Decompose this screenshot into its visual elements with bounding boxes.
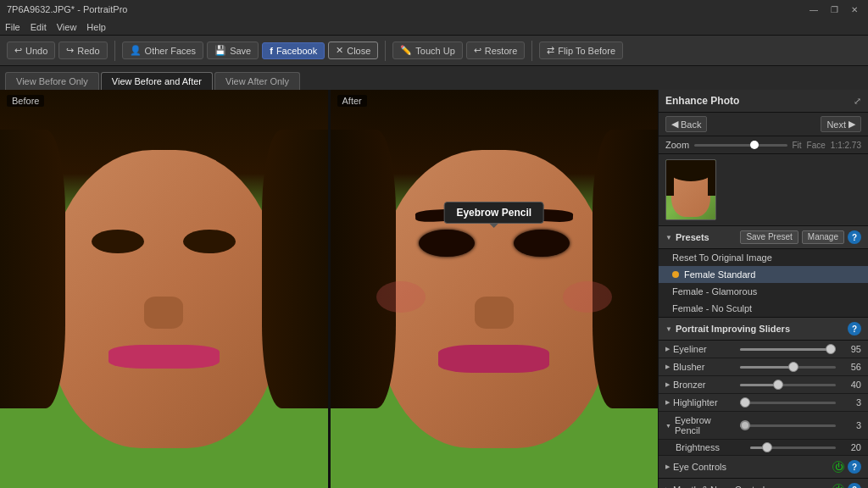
eyeliner-thumb[interactable] (826, 344, 836, 354)
redo-icon: ↪ (66, 45, 74, 56)
highlighter-label: ▶ Highlighter (665, 397, 733, 408)
eyeliner-track[interactable] (740, 348, 836, 351)
image-area: Before After (0, 90, 658, 488)
eyebrow-pencil-value: 3 (843, 420, 861, 430)
flip-to-before-button[interactable]: ⇄ Flip To Before (539, 42, 623, 59)
preset-item-no-sculpt[interactable]: Female - No Sculpt (659, 300, 868, 317)
facebook-label: Facebook (276, 46, 317, 56)
sliders-section: ▶ Eyeliner 95 ▶ Blusher 5 (659, 341, 868, 456)
highlighter-value: 3 (843, 397, 861, 408)
back-button[interactable]: ◀ Back (665, 116, 707, 132)
mouth-nose-power[interactable]: ⏻ (832, 484, 844, 488)
eye-controls-help[interactable]: ? (848, 460, 861, 474)
separator (114, 41, 115, 61)
zoom-slider[interactable] (694, 144, 787, 147)
save-button[interactable]: 💾 Save (207, 42, 259, 59)
right-panel: Enhance Photo ⤢ ◀ Back Next ▶ Zoom Fit F… (658, 90, 868, 488)
other-faces-button[interactable]: 👤 Other Faces (122, 42, 204, 59)
zoom-face-label[interactable]: Face (807, 141, 826, 150)
back-label: Back (681, 119, 701, 130)
brightness-label: Brightness (676, 442, 743, 452)
eyebrow-pencil-track[interactable] (740, 424, 836, 427)
eyeliner-expand-icon: ▶ (665, 346, 670, 352)
menu-help[interactable]: Help (86, 22, 106, 32)
tab-view-before-after[interactable]: View Before and After (101, 72, 213, 90)
bronzer-slider-row: ▶ Bronzer 40 (659, 376, 868, 394)
brightness-thumb[interactable] (762, 442, 772, 452)
save-label: Save (230, 46, 251, 56)
touch-up-label: Touch Up (415, 46, 454, 56)
eyeliner-fill (740, 348, 831, 351)
eyebrow-tooltip: Eyebrow Pencil (443, 202, 544, 224)
highlighter-slider-row: ▶ Highlighter 3 (659, 394, 868, 412)
close-icon: ✕ (336, 45, 343, 56)
minimize-button[interactable]: — (807, 3, 821, 16)
other-faces-label: Other Faces (145, 46, 197, 56)
next-button[interactable]: Next ▶ (821, 116, 861, 132)
blusher-fill (740, 366, 793, 369)
blusher-label: ▶ Blusher (665, 362, 733, 372)
bronzer-track[interactable] (740, 384, 836, 386)
preset-item-reset[interactable]: Reset To Original Image (659, 249, 868, 266)
sliders-section-header[interactable]: ▼ Portrait Improving Sliders ? (659, 318, 868, 341)
close-label: Close (347, 46, 370, 56)
blusher-value: 56 (843, 362, 861, 372)
save-preset-button[interactable]: Save Preset (740, 230, 798, 244)
separator3 (531, 41, 532, 61)
before-label: Before (7, 95, 44, 107)
restore-panel-icon[interactable]: ⤢ (854, 96, 861, 107)
maximize-button[interactable]: ❐ (827, 3, 841, 16)
presets-triangle-icon: ▼ (665, 234, 672, 241)
after-panel: After Eyebrow Pencil (331, 90, 659, 488)
blusher-expand-icon: ▶ (665, 363, 670, 370)
redo-button[interactable]: ↪ Redo (58, 42, 107, 59)
title-bar: 7P6A9632.JPG* - PortraitPro — ❐ ✕ (0, 0, 868, 19)
eyebrow-pencil-thumb[interactable] (740, 420, 750, 430)
mouth-nose-label: ▶ Mouth & Nose Controls (665, 485, 829, 488)
restore-button[interactable]: ↩ Restore (466, 42, 526, 59)
menu-file[interactable]: File (5, 22, 20, 32)
preset-list: Reset To Original Image Female Standard … (659, 249, 868, 318)
undo-button[interactable]: ↩ Undo (7, 42, 55, 59)
preset-item-female-standard[interactable]: Female Standard (659, 266, 868, 283)
nav-row: ◀ Back Next ▶ (659, 113, 868, 136)
close-window-button[interactable]: ✕ (848, 3, 861, 16)
zoom-ratio: 1:1:2.73 (831, 141, 861, 150)
brightness-track[interactable] (750, 446, 836, 449)
preset-item-glamorous[interactable]: Female - Glamorous (659, 283, 868, 300)
facebook-button[interactable]: f Facebook (262, 42, 325, 59)
presets-section-header[interactable]: ▼ Presets Save Preset Manage ? (659, 226, 868, 249)
mouth-nose-help[interactable]: ? (848, 483, 861, 488)
blusher-track[interactable] (740, 366, 836, 369)
back-arrow-icon: ◀ (671, 119, 678, 130)
zoom-thumb[interactable] (750, 141, 759, 149)
view-tabs: View Before Only View Before and After V… (0, 66, 868, 90)
eye-controls-section[interactable]: ▶ Eye Controls ⏻ ? (659, 456, 868, 479)
sliders-help-button[interactable]: ? (848, 322, 861, 336)
after-label: After (337, 95, 367, 107)
blusher-slider-row: ▶ Blusher 56 (659, 358, 868, 376)
close-button[interactable]: ✕ Close (328, 42, 378, 59)
next-label: Next (826, 119, 846, 130)
tab-view-before-only[interactable]: View Before Only (5, 72, 99, 90)
restore-label: Restore (485, 46, 518, 56)
eyeliner-slider-row: ▶ Eyeliner 95 (659, 341, 868, 358)
manage-button[interactable]: Manage (802, 230, 844, 244)
highlighter-thumb[interactable] (740, 397, 750, 408)
undo-icon: ↩ (14, 45, 22, 56)
highlighter-track[interactable] (740, 402, 836, 404)
eye-controls-power[interactable]: ⏻ (832, 461, 844, 473)
zoom-fit-label[interactable]: Fit (793, 141, 802, 150)
mouth-nose-controls-section[interactable]: ▶ Mouth & Nose Controls ⏻ ? (659, 479, 868, 488)
restore-icon: ↩ (474, 45, 481, 56)
menu-edit[interactable]: Edit (31, 22, 47, 32)
bronzer-value: 40 (843, 380, 861, 390)
eyebrow-pencil-slider-row: ▼ Eyebrow Pencil 3 (659, 412, 868, 440)
blusher-thumb[interactable] (788, 362, 798, 372)
tab-view-after-only[interactable]: View After Only (214, 72, 300, 90)
bronzer-thumb[interactable] (773, 380, 783, 390)
presets-help-button[interactable]: ? (848, 230, 861, 244)
menu-view[interactable]: View (57, 22, 77, 32)
preset-actions: Save Preset Manage ? (740, 230, 861, 244)
touch-up-button[interactable]: ✏️ Touch Up (392, 42, 462, 59)
